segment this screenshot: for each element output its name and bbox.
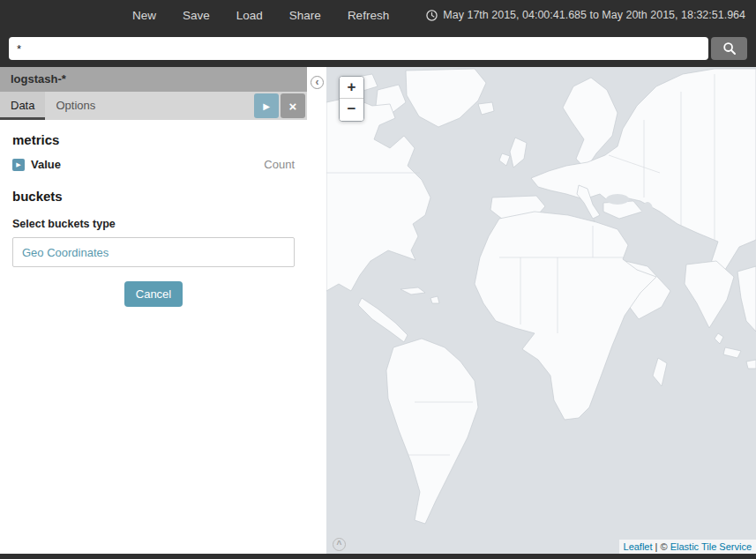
map-attribution: Leaflet | © Elastic Tile Service xyxy=(619,540,756,554)
discard-changes-button[interactable]: × xyxy=(281,93,305,118)
attribution-separator: | © xyxy=(653,541,670,552)
apply-changes-button[interactable]: ▶ xyxy=(254,93,279,118)
spy-panel-toggle[interactable]: ^ xyxy=(333,538,346,551)
chevron-right-icon: ▶ xyxy=(16,161,20,168)
time-picker[interactable]: May 17th 2015, 04:00:41.685 to May 20th … xyxy=(426,9,745,21)
bucket-option-geo-coordinates[interactable]: Geo Coordinates xyxy=(22,246,109,259)
editor-body: metrics ▶ Value Count buckets Select buc… xyxy=(0,120,307,307)
index-pattern-header: logstash-* xyxy=(0,67,307,92)
metric-row[interactable]: ▶ Value Count xyxy=(12,153,295,176)
load-button[interactable]: Load xyxy=(236,9,263,22)
new-button[interactable]: New xyxy=(132,9,156,22)
play-icon: ▶ xyxy=(263,101,270,111)
collapse-sidebar-button[interactable]: ‹ xyxy=(311,76,324,89)
search-input[interactable] xyxy=(9,37,708,60)
zoom-in-button[interactable]: + xyxy=(340,77,363,99)
zoom-out-button[interactable]: − xyxy=(340,99,363,121)
share-button[interactable]: Share xyxy=(289,9,321,22)
bucket-type-select[interactable]: Geo Coordinates xyxy=(12,237,295,267)
chevron-up-icon: ^ xyxy=(337,540,342,549)
bucket-type-label: Select buckets type xyxy=(12,218,295,230)
search-bar xyxy=(0,30,756,67)
tab-data[interactable]: Data xyxy=(0,92,45,120)
editor-tabs: Data Options ▶ × xyxy=(0,92,307,120)
cancel-button[interactable]: Cancel xyxy=(124,281,183,307)
expand-metric-button[interactable]: ▶ xyxy=(12,159,25,171)
close-icon: × xyxy=(289,99,297,114)
metric-label: Value xyxy=(31,158,61,171)
metrics-heading: metrics xyxy=(12,132,295,147)
save-button[interactable]: Save xyxy=(183,9,210,22)
search-button[interactable] xyxy=(711,37,747,60)
map-zoom-control: + − xyxy=(339,76,364,122)
kibana-visualize-app: New Save Load Share Refresh May 17th 201… xyxy=(0,0,756,559)
tile-map[interactable]: + − ^ Leaflet | © Elastic Tile Service xyxy=(326,67,756,554)
sidebar-gutter: ‹ xyxy=(307,67,326,554)
time-range-text: May 17th 2015, 04:00:41.685 to May 20th … xyxy=(443,9,745,21)
metric-agg-value: Count xyxy=(264,158,295,171)
refresh-button[interactable]: Refresh xyxy=(348,9,389,22)
vis-editor-sidebar: logstash-* Data Options ▶ × metrics ▶ xyxy=(0,67,307,554)
bottom-bar xyxy=(0,554,756,559)
buckets-heading: buckets xyxy=(12,189,295,204)
editor-actions: ▶ × xyxy=(254,92,307,120)
leaflet-link[interactable]: Leaflet xyxy=(624,541,653,552)
search-icon xyxy=(722,41,737,56)
cancel-wrap: Cancel xyxy=(12,281,295,307)
world-map xyxy=(326,67,756,554)
main-content: logstash-* Data Options ▶ × metrics ▶ xyxy=(0,67,756,554)
top-navbar: New Save Load Share Refresh May 17th 201… xyxy=(0,0,756,30)
clock-icon xyxy=(426,10,438,21)
tab-options[interactable]: Options xyxy=(45,92,106,120)
elastic-tile-service-link[interactable]: Elastic Tile Service xyxy=(670,541,752,552)
chevron-left-icon: ‹ xyxy=(316,76,319,88)
